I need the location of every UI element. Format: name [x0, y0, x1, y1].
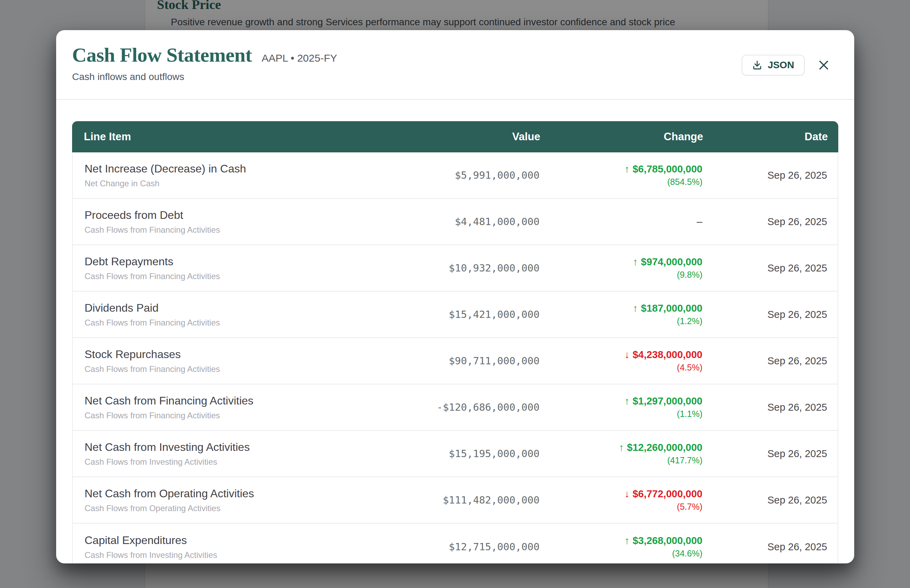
- change-percent: (4.5%): [677, 363, 703, 373]
- change-cell: ↑ $6,785,000,000 (854.5%): [539, 163, 703, 187]
- change-amount: $1,297,000,000: [632, 396, 703, 407]
- table-row: Debt Repayments Cash Flows from Financin…: [73, 245, 837, 292]
- cash-flow-modal: Cash Flow Statement AAPL • 2025-FY Cash …: [56, 30, 854, 564]
- change-amount: $974,000,000: [641, 256, 703, 268]
- line-item-category: Cash Flows from Financing Activities: [84, 271, 384, 281]
- line-item-name: Capital Expenditures: [84, 534, 384, 547]
- col-header-value: Value: [384, 131, 540, 143]
- value-cell: $15,195,000,000: [384, 448, 539, 460]
- line-item-cell: Net Cash from Financing Activities Cash …: [84, 394, 384, 420]
- change-cell: ↓ $6,772,000,000 (5.7%): [539, 488, 703, 512]
- modal-subtitle: Cash inflows and outflows: [72, 71, 838, 82]
- change-arrow-icon: ↑: [625, 396, 630, 407]
- line-item-name: Proceeds from Debt: [84, 209, 384, 221]
- change-arrow-icon: ↑: [625, 163, 630, 175]
- table-row: Proceeds from Debt Cash Flows from Finan…: [73, 199, 837, 245]
- change-amount: –: [696, 216, 703, 228]
- change-percent: (1.1%): [677, 409, 703, 419]
- line-item-category: Cash Flows from Financing Activities: [84, 364, 384, 374]
- table-row: Net Cash from Financing Activities Cash …: [73, 384, 837, 431]
- line-item-category: Cash Flows from Financing Activities: [84, 411, 384, 420]
- change-percent: (9.8%): [677, 270, 703, 280]
- change-percent: (34.6%): [672, 549, 703, 559]
- change-arrow-icon: ↓: [625, 488, 630, 500]
- table-header-row: Line Item Value Change Date: [72, 121, 838, 152]
- close-button[interactable]: [815, 57, 832, 73]
- table-row: Net Cash from Investing Activities Cash …: [73, 431, 837, 477]
- value-cell: $10,932,000,000: [384, 262, 539, 274]
- line-item-category: Cash Flows from Financing Activities: [84, 318, 384, 328]
- line-item-name: Dividends Paid: [84, 302, 384, 315]
- value-cell: $12,715,000,000: [384, 541, 539, 552]
- change-cell: ↑ $12,260,000,000 (417.7%): [539, 442, 703, 465]
- cash-flow-table: Line Item Value Change Date Net Increase…: [72, 121, 838, 564]
- change-arrow-icon: ↑: [633, 303, 638, 314]
- change-cell: ↑ $3,268,000,000 (34.6%): [539, 535, 703, 559]
- modal-title: Cash Flow Statement: [72, 45, 252, 66]
- modal-header: Cash Flow Statement AAPL • 2025-FY Cash …: [56, 30, 854, 100]
- line-item-name: Stock Repurchases: [84, 348, 384, 361]
- line-item-cell: Net Cash from Investing Activities Cash …: [84, 441, 384, 467]
- modal-body: Line Item Value Change Date Net Increase…: [56, 100, 854, 564]
- change-amount: $187,000,000: [641, 303, 703, 314]
- change-arrow-icon: ↑: [633, 256, 638, 268]
- date-cell: Sep 26, 2025: [703, 402, 827, 413]
- line-item-name: Debt Repayments: [84, 255, 384, 268]
- table-row: Dividends Paid Cash Flows from Financing…: [73, 292, 837, 338]
- ticker-period-label: AAPL • 2025-FY: [262, 52, 337, 64]
- table-row: Net Increase (Decrease) in Cash Net Chan…: [73, 152, 837, 199]
- line-item-name: Net Cash from Investing Activities: [84, 441, 384, 454]
- date-cell: Sep 26, 2025: [703, 309, 827, 320]
- download-icon: [752, 60, 763, 70]
- date-cell: Sep 26, 2025: [703, 448, 827, 460]
- line-item-cell: Debt Repayments Cash Flows from Financin…: [84, 255, 384, 281]
- change-cell: ↑ $974,000,000 (9.8%): [539, 256, 703, 280]
- line-item-cell: Proceeds from Debt Cash Flows from Finan…: [84, 209, 384, 235]
- json-download-button[interactable]: JSON: [742, 55, 805, 76]
- line-item-cell: Capital Expenditures Cash Flows from Inv…: [84, 534, 384, 560]
- change-cell: ↑ $1,297,000,000 (1.1%): [539, 396, 703, 419]
- line-item-cell: Dividends Paid Cash Flows from Financing…: [84, 302, 384, 328]
- change-percent: (854.5%): [667, 177, 703, 187]
- change-amount: $3,268,000,000: [632, 535, 703, 546]
- col-header-line-item: Line Item: [84, 131, 384, 143]
- change-cell: ↑ $187,000,000 (1.2%): [539, 303, 703, 326]
- table-body: Net Increase (Decrease) in Cash Net Chan…: [72, 152, 838, 564]
- change-arrow-icon: ↑: [619, 442, 624, 453]
- table-row: Net Cash from Operating Activities Cash …: [73, 477, 837, 523]
- change-cell: –: [539, 216, 703, 228]
- line-item-name: Net Increase (Decrease) in Cash: [84, 162, 384, 175]
- line-item-category: Net Change in Cash: [84, 179, 384, 188]
- line-item-name: Net Cash from Operating Activities: [84, 487, 384, 500]
- change-amount: $6,785,000,000: [632, 163, 703, 175]
- date-cell: Sep 26, 2025: [703, 216, 827, 228]
- date-cell: Sep 26, 2025: [703, 494, 827, 506]
- col-header-date: Date: [703, 131, 828, 143]
- line-item-category: Cash Flows from Investing Activities: [84, 457, 384, 467]
- date-cell: Sep 26, 2025: [703, 541, 827, 552]
- line-item-cell: Net Increase (Decrease) in Cash Net Chan…: [84, 162, 384, 188]
- value-cell: $111,482,000,000: [384, 494, 539, 506]
- date-cell: Sep 26, 2025: [703, 355, 827, 367]
- change-amount: $6,772,000,000: [632, 488, 703, 500]
- json-button-label: JSON: [768, 60, 794, 71]
- close-icon: [818, 59, 830, 71]
- value-cell: -$120,686,000,000: [384, 401, 539, 413]
- line-item-category: Cash Flows from Financing Activities: [84, 225, 384, 235]
- col-header-change: Change: [540, 131, 703, 143]
- line-item-category: Cash Flows from Operating Activities: [84, 504, 384, 513]
- value-cell: $90,711,000,000: [384, 355, 539, 367]
- value-cell: $15,421,000,000: [384, 309, 539, 320]
- line-item-cell: Stock Repurchases Cash Flows from Financ…: [84, 348, 384, 374]
- table-row: Stock Repurchases Cash Flows from Financ…: [73, 338, 837, 384]
- line-item-cell: Net Cash from Operating Activities Cash …: [84, 487, 384, 513]
- table-row: Capital Expenditures Cash Flows from Inv…: [73, 523, 837, 564]
- change-amount: $12,260,000,000: [627, 442, 703, 453]
- page-background: Stock Price Positive revenue growth and …: [0, 0, 910, 588]
- date-cell: Sep 26, 2025: [703, 262, 827, 274]
- change-cell: ↓ $4,238,000,000 (4.5%): [539, 349, 703, 373]
- change-percent: (1.2%): [677, 316, 703, 326]
- line-item-category: Cash Flows from Investing Activities: [84, 550, 384, 560]
- change-percent: (5.7%): [677, 502, 703, 512]
- change-percent: (417.7%): [667, 456, 703, 465]
